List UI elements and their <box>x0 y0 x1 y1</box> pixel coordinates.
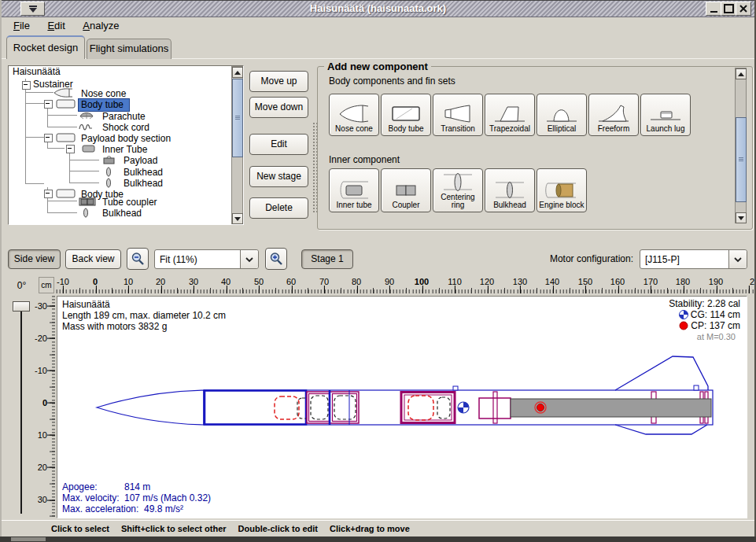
tree-item-rocket[interactable]: Haisunäätä <box>13 66 61 77</box>
expand-box[interactable] <box>44 190 53 198</box>
add-bulkhead-button[interactable]: Bulkhead <box>485 168 535 212</box>
scroll-down-button[interactable] <box>736 212 747 223</box>
scroll-down-button[interactable] <box>232 213 243 224</box>
expand-box[interactable] <box>44 100 53 109</box>
scroll-up-button[interactable] <box>736 68 747 79</box>
cg-marker <box>458 402 469 413</box>
menu-edit[interactable]: Edit <box>40 17 72 35</box>
add-freeform-fin-button[interactable]: Freeform <box>588 94 639 136</box>
zoom-in-button[interactable] <box>265 248 287 270</box>
hint-click-select: Click to select <box>51 524 109 533</box>
rocket-dimensions: Length 189 cm, max. diameter 10.2 cm <box>62 310 226 321</box>
delete-button[interactable]: Delete <box>249 197 308 219</box>
scrollbar-thumb[interactable] <box>232 79 243 157</box>
add-elliptical-fin-button[interactable]: Elliptical <box>537 94 587 136</box>
chevron-down-icon <box>733 256 743 264</box>
tree-item-body-tube[interactable]: Body tube <box>81 99 124 110</box>
trapezoidal-fin-icon <box>492 102 527 124</box>
window-menu-button[interactable] <box>20 2 45 16</box>
tree-item-payload-body[interactable]: Payload body section <box>81 133 171 144</box>
inner-tube-icon <box>80 144 98 153</box>
coupler-shape-icon <box>389 179 423 201</box>
resize-grip[interactable] <box>11 537 46 541</box>
minimize-button[interactable] <box>706 2 721 16</box>
tree-item-nose-cone[interactable]: Nose cone <box>81 88 126 99</box>
tree-item-inner-tube[interactable]: Inner Tube <box>102 144 147 155</box>
tree-item-bulkhead[interactable]: Bulkhead <box>124 178 163 189</box>
move-up-button[interactable]: Move up <box>249 71 308 92</box>
v-ruler-label: -10 <box>33 366 47 375</box>
application-window: Haisunäätä (haisunaata.ork) File Edit An… <box>0 0 756 542</box>
expand-box[interactable] <box>22 81 31 90</box>
body-tube-icon <box>56 189 76 198</box>
tree-item-tube-coupler[interactable]: Tube coupler <box>102 197 157 208</box>
add-inner-tube-button[interactable]: Inner tube <box>329 168 379 212</box>
close-button[interactable] <box>736 2 751 16</box>
expand-box[interactable] <box>44 134 53 142</box>
add-trapezoidal-fin-button[interactable]: Trapezoidal <box>485 94 535 136</box>
tree-item-payload[interactable]: Payload <box>124 155 157 166</box>
menu-analyze[interactable]: Analyze <box>76 17 126 35</box>
expand-box[interactable] <box>66 145 75 153</box>
tube-coupler-icon <box>78 197 98 207</box>
body-tube-icon <box>56 133 76 142</box>
velocity-label: Max. velocity: <box>62 492 120 503</box>
status-bar: Click to select Shift+click to select ot… <box>2 520 754 536</box>
transition-shape-icon <box>441 102 475 124</box>
rotation-slider-track[interactable] <box>20 304 22 514</box>
add-centering-ring-button[interactable]: Centering ring <box>433 168 483 212</box>
v-ruler-label: 30 <box>33 495 47 504</box>
edit-button[interactable]: Edit <box>249 134 308 155</box>
tree-scrollbar[interactable] <box>231 66 243 224</box>
new-stage-button[interactable]: New stage <box>249 166 308 187</box>
side-view-button[interactable]: Side view <box>8 249 61 269</box>
payload-icon <box>101 155 118 165</box>
add-nose-cone-button[interactable]: Nose cone <box>329 94 379 136</box>
scroll-up-button[interactable] <box>232 67 243 78</box>
add-launch-lug-button[interactable]: Launch lug <box>640 94 691 136</box>
tree-item-parachute[interactable]: Parachute <box>102 111 146 122</box>
add-transition-button[interactable]: Transition <box>433 94 483 136</box>
motor-configuration-select[interactable]: [J115-P] <box>640 249 747 269</box>
cp-icon <box>679 321 688 330</box>
window-bottom-edge <box>0 536 756 542</box>
add-component-title: Add new component <box>324 61 431 72</box>
launch-lug <box>694 385 699 390</box>
engine-block-icon <box>544 179 579 201</box>
shock-cord-icon <box>78 122 97 131</box>
zoom-select[interactable]: Fit (11%) <box>154 249 259 269</box>
v-ruler-label: 0 <box>33 398 47 407</box>
menu-file[interactable]: File <box>6 17 37 35</box>
stage-1-toggle[interactable]: Stage 1 <box>301 249 353 269</box>
component-scrollbar[interactable] <box>735 68 747 223</box>
centering-ring-icon <box>441 171 475 193</box>
close-icon <box>739 5 747 13</box>
v-ruler-label: -20 <box>33 334 47 343</box>
menu-bar: File Edit Analyze <box>2 17 754 35</box>
tab-flight-simulations[interactable]: Flight simulations <box>87 39 171 59</box>
parachute-icon <box>78 111 97 120</box>
rocket-name: Haisunäätä <box>62 299 110 310</box>
add-body-tube-button[interactable]: Body tube <box>381 94 431 136</box>
tree-item-bulkhead[interactable]: Bulkhead <box>124 167 163 178</box>
move-down-button[interactable]: Move down <box>249 97 308 118</box>
v-ruler-label: -30 <box>33 301 47 311</box>
rocket-canvas[interactable]: Haisunäätä Length 189 cm, max. diameter … <box>57 296 747 518</box>
rotation-slider-handle[interactable] <box>13 301 30 312</box>
maximize-button[interactable] <box>721 2 736 16</box>
tree-item-shock-cord[interactable]: Shock cord <box>102 122 149 133</box>
dropdown-button[interactable] <box>728 250 747 268</box>
bulkhead-shape-icon <box>492 179 527 201</box>
tab-rocket-design[interactable]: Rocket design <box>6 35 85 59</box>
bulkhead-icon <box>101 167 118 177</box>
component-tree[interactable]: Haisunäätä Sustainer Nose cone Body tube… <box>8 65 244 225</box>
motor-configuration-label: Motor configuration: <box>441 253 633 264</box>
cg-icon <box>679 310 688 319</box>
zoom-out-button[interactable] <box>127 248 149 270</box>
add-coupler-button[interactable]: Coupler <box>381 168 431 212</box>
add-engine-block-button[interactable]: Engine block <box>537 168 587 212</box>
back-view-button[interactable]: Back view <box>65 249 121 269</box>
scrollbar-thumb[interactable] <box>736 117 747 202</box>
tree-item-bulkhead-2[interactable]: Bulkhead <box>102 208 142 219</box>
dropdown-button[interactable] <box>240 250 258 268</box>
